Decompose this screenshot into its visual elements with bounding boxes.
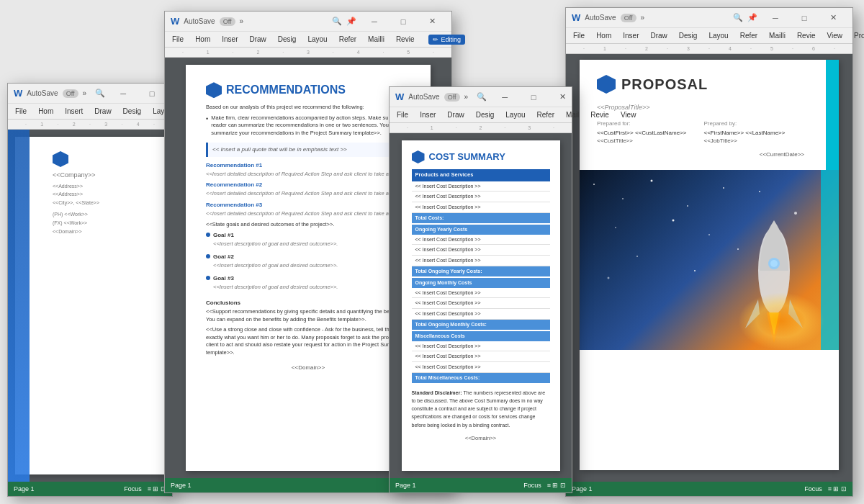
cost-row-3-7: << Insert Cost Description >>: [412, 245, 550, 256]
autosave-label-4: AutoSave: [585, 14, 616, 22]
more-options-2[interactable]: »: [240, 17, 244, 25]
minimize-btn-1[interactable]: ─: [109, 84, 137, 104]
pullquote-container-2: << Insert a pull quote that will be in e…: [206, 143, 410, 156]
ribbon-design-1[interactable]: Desig: [120, 107, 145, 116]
ribbon-review-4[interactable]: Revie: [794, 31, 819, 40]
ribbon-3: File Inser Draw Desig Layou Refer Mail R…: [390, 107, 572, 123]
ribbon-ref-2[interactable]: Refer: [336, 35, 359, 44]
ribbon-home-1[interactable]: Hom: [35, 107, 56, 116]
goals-section-2: Goal #1 <<Insert description of goal and…: [206, 231, 410, 293]
page-label-4: Page 1: [572, 485, 593, 492]
current-date-4: <<CurrentDate>>: [597, 150, 822, 158]
minimize-btn-2[interactable]: ─: [361, 12, 388, 32]
search-icon-3[interactable]: 🔍: [477, 92, 487, 102]
more-options-3[interactable]: »: [464, 93, 469, 101]
domain-2: <<Domain>>: [206, 364, 410, 372]
rec-title-2-2: Recommendation #3: [206, 201, 410, 209]
ribbon-mail-2[interactable]: Mailli: [365, 35, 387, 44]
page-label-2: Page 1: [171, 482, 192, 489]
ribbon-layout-4[interactable]: Layou: [706, 31, 731, 40]
autosave-toggle-3[interactable]: Off: [444, 93, 460, 102]
focus-label-3[interactable]: Focus: [523, 482, 541, 489]
goal-title-2-2: Goal #3: [213, 274, 338, 282]
svg-point-7: [708, 234, 710, 235]
minimize-btn-4[interactable]: ─: [762, 8, 789, 28]
view-icons-3: ≡ ⊞ ⊡: [547, 482, 566, 489]
autosave-toggle-4[interactable]: Off: [621, 14, 636, 22]
goal-item-2-2: Goal #3 <<Insert description of goal and…: [206, 274, 410, 294]
rec-desc-2-2: <<Insert detailed description of Require…: [206, 210, 410, 218]
ribbon-file-2[interactable]: File: [169, 35, 186, 44]
ribbon-inser-4[interactable]: Inser: [620, 31, 642, 40]
ribbon-mail-3[interactable]: Mail: [563, 110, 582, 120]
minimize-btn-3[interactable]: ─: [491, 87, 518, 107]
ribbon-layout-3[interactable]: Layou: [503, 110, 528, 120]
editing-btn-2[interactable]: ✏ Editing: [428, 35, 465, 45]
close-btn-3[interactable]: ✕: [549, 87, 576, 107]
ribbon-mail-4[interactable]: Mailli: [766, 31, 788, 40]
maximize-btn-3[interactable]: □: [520, 87, 547, 107]
ribbon-design-3[interactable]: Desig: [473, 110, 498, 120]
cost-row-3-2: << Insert Cost Description >>: [412, 192, 550, 202]
search-icon-2[interactable]: 🔍: [332, 17, 342, 26]
cost-section-header-3-0: Products and Services: [412, 169, 550, 181]
ribbon-inser-3[interactable]: Inser: [417, 110, 438, 120]
close-btn-2[interactable]: ✕: [418, 12, 446, 32]
ribbon-draw-3[interactable]: Draw: [444, 110, 467, 120]
ribbon-design-2[interactable]: Desig: [275, 35, 300, 44]
title-bar-3: W AutoSave Off » 🔍 ─ □ ✕: [390, 87, 572, 107]
focus-label-1[interactable]: Focus: [124, 485, 142, 492]
rec-item-2-2: Recommendation #3 <<Insert detailed desc…: [206, 201, 410, 218]
maximize-btn-4[interactable]: □: [791, 8, 818, 28]
ribbon-review-2[interactable]: Revie: [393, 35, 418, 44]
ribbon-prop-4[interactable]: Prop: [851, 31, 864, 40]
rec-desc-2-1: <<Insert detailed description of Require…: [206, 190, 410, 198]
cyan-accent-4: [826, 60, 839, 170]
search-icon-1[interactable]: 🔍: [95, 89, 105, 98]
more-options-4[interactable]: »: [641, 14, 645, 22]
autosave-toggle-1[interactable]: Off: [63, 89, 78, 98]
search-icon-4[interactable]: 🔍: [733, 13, 743, 22]
page-label-3: Page 1: [395, 482, 416, 489]
ribbon-file-4[interactable]: File: [570, 31, 588, 40]
ribbon-review-3[interactable]: Revie: [588, 110, 612, 120]
autosave-toggle-2[interactable]: Off: [220, 17, 235, 26]
ribbon-home-4[interactable]: Hom: [593, 31, 614, 40]
view-icons-4: ≡ ⊞ ⊡: [828, 485, 847, 492]
maximize-btn-2[interactable]: □: [390, 12, 417, 32]
ribbon-draw-2[interactable]: Draw: [246, 35, 269, 44]
ruler-2: ·1·2·3·4·5·: [165, 48, 451, 58]
focus-label-4[interactable]: Focus: [804, 485, 822, 492]
close-btn-4[interactable]: ✕: [819, 8, 847, 28]
pin-icon-2[interactable]: 📌: [346, 17, 356, 26]
prepared-for-block-4: Prepared for: <<CustFirst>> <<CustLastNa…: [597, 120, 687, 145]
recommendations-section-2: Recommendation #1 <<Insert detailed desc…: [206, 161, 410, 218]
ribbon-ref-4[interactable]: Refer: [737, 31, 760, 40]
svg-point-5: [615, 227, 616, 228]
ribbon-insert-2[interactable]: Inser: [219, 35, 240, 44]
proposal-rocket-bg-4: [580, 170, 839, 350]
ribbon-home-2[interactable]: Hom: [192, 35, 213, 44]
more-options-1[interactable]: »: [83, 89, 87, 97]
window-controls-3: ─ □ ✕: [491, 87, 576, 107]
ribbon-draw-4[interactable]: Draw: [647, 31, 670, 40]
ribbon-ref-3[interactable]: Refer: [534, 110, 557, 120]
ribbon-view-4[interactable]: View: [824, 31, 845, 40]
maximize-btn-1[interactable]: □: [138, 84, 166, 104]
cost-sub-3-5: Ongoing Yearly Costs: [412, 225, 550, 235]
cost-row-3-12: << Insert Cost Description >>: [412, 298, 550, 309]
autosave-label-1: AutoSave: [27, 89, 58, 97]
ribbon-4: File Hom Inser Draw Desig Layou Refer Ma…: [566, 28, 852, 44]
ribbon-view-3[interactable]: View: [618, 110, 639, 120]
pin-icon-4[interactable]: 📌: [747, 13, 757, 22]
word-window-4: W AutoSave Off » 🔍 📌 ─ □ ✕ File Hom Inse…: [565, 7, 853, 497]
ribbon-insert-1[interactable]: Insert: [62, 107, 86, 116]
ribbon-draw-1[interactable]: Draw: [91, 107, 114, 116]
cost-row-3-18: << Insert Cost Description >>: [412, 362, 550, 373]
ribbon-file-1[interactable]: File: [12, 107, 30, 116]
ribbon-layout-2[interactable]: Layou: [305, 35, 330, 44]
ribbon-file-3[interactable]: File: [394, 110, 411, 120]
ribbon-design-4[interactable]: Desig: [676, 31, 701, 40]
svg-point-4: [723, 187, 724, 189]
goal-item-2-1: Goal #2 <<Insert description of goal and…: [206, 253, 410, 272]
